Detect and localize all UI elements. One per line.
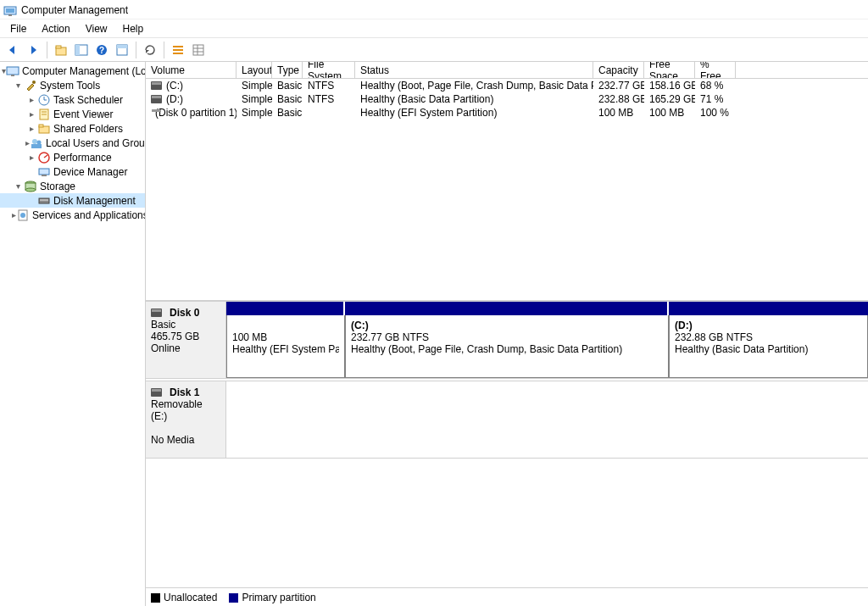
volume-capacity: 232.88 GB — [593, 93, 644, 105]
tree-local-users[interactable]: ▸ Local Users and Groups — [0, 136, 145, 150]
col-status[interactable]: Status — [355, 62, 593, 78]
tree-device-manager[interactable]: Device Manager — [0, 164, 145, 179]
volume-row[interactable]: (D:)SimpleBasicNTFSHealthy (Basic Data P… — [146, 92, 868, 106]
partition[interactable]: (D:)232.88 GB NTFSHealthy (Basic Data Pa… — [669, 315, 868, 378]
disk-block[interactable]: Disk 1Removable (E:)No Media — [146, 381, 868, 459]
window-title: Computer Management — [21, 4, 128, 16]
refresh-button[interactable] — [141, 41, 159, 59]
users-icon — [30, 136, 43, 150]
svg-rect-11 — [173, 46, 183, 47]
tree-event-viewer[interactable]: ▸ Event Viewer — [0, 107, 145, 121]
disk-block[interactable]: Disk 0Basic465.75 GBOnline 100 MBHealthy… — [146, 301, 868, 379]
volume-pct: 100 % — [695, 107, 736, 119]
tree-root[interactable]: ▾ Computer Management (Local) — [0, 64, 145, 78]
clock-icon — [37, 93, 51, 107]
partition[interactable]: 100 MBHealthy (EFI System Partitio — [226, 315, 345, 378]
perf-icon — [37, 151, 51, 164]
toolbar-sep — [47, 42, 47, 58]
volume-type: Basic — [272, 107, 303, 119]
svg-rect-10 — [117, 45, 127, 48]
partition-row: 100 MBHealthy (EFI System Partitio(C:)23… — [226, 302, 868, 378]
volume-list[interactable]: (C:)SimpleBasicNTFSHealthy (Boot, Page F… — [146, 79, 868, 301]
col-pctfree[interactable]: % Free — [695, 62, 736, 78]
col-volume[interactable]: Volume — [146, 62, 236, 78]
partition-label: (D:) — [675, 320, 862, 331]
chevron-right-icon[interactable]: ▸ — [25, 95, 37, 104]
volume-free: 100 MB — [644, 107, 695, 119]
show-hide-tree-button[interactable] — [72, 41, 91, 59]
svg-point-30 — [37, 140, 42, 144]
col-layout[interactable]: Layout — [236, 62, 272, 78]
col-filesystem[interactable]: File System — [303, 62, 355, 78]
svg-rect-4 — [56, 46, 61, 48]
tree-disk-management[interactable]: Disk Management — [0, 193, 145, 208]
tree-performance[interactable]: ▸ Performance — [0, 150, 145, 164]
chevron-right-icon[interactable]: ▸ — [25, 109, 37, 119]
volume-capacity: 232.77 GB — [593, 80, 644, 92]
menubar: File Action View Help — [0, 19, 868, 38]
volume-fs: NTFS — [303, 93, 355, 105]
svg-rect-12 — [173, 49, 183, 51]
disk-info[interactable]: Disk 1Removable (E:)No Media — [146, 381, 226, 458]
tree-label: Local Users and Groups — [46, 137, 146, 149]
help-button[interactable]: ? — [92, 41, 111, 59]
partition-size: 232.77 GB NTFS — [351, 331, 663, 343]
svg-rect-34 — [39, 169, 49, 175]
navigation-tree[interactable]: ▾ Computer Management (Local) ▾ System T… — [0, 62, 146, 606]
menu-help[interactable]: Help — [116, 21, 151, 36]
volume-name: (C:) — [166, 80, 183, 92]
svg-rect-40 — [40, 199, 48, 201]
chevron-right-icon[interactable]: ▸ — [25, 153, 37, 162]
window: Computer Management File Action View Hel… — [0, 0, 868, 606]
tree-system-tools[interactable]: ▾ System Tools — [0, 78, 145, 92]
partition-size: 232.88 GB NTFS — [675, 331, 862, 343]
up-button[interactable] — [52, 41, 70, 59]
back-button[interactable] — [3, 41, 22, 59]
chevron-down-icon[interactable]: ▾ — [12, 81, 24, 90]
chevron-down-icon[interactable]: ▾ — [12, 181, 24, 191]
toolbar: ? — [0, 38, 868, 62]
legend-unallocated: Unallocated — [151, 592, 217, 603]
svg-rect-2 — [8, 14, 12, 16]
tree-task-scheduler[interactable]: ▸ Task Scheduler — [0, 92, 145, 107]
volume-icon — [151, 81, 162, 90]
col-capacity[interactable]: Capacity — [593, 62, 644, 78]
partition[interactable]: (C:)232.77 GB NTFSHealthy (Boot, Page Fi… — [345, 315, 669, 378]
tree-storage[interactable]: ▾ Storage — [0, 179, 145, 193]
properties-button[interactable] — [113, 41, 131, 59]
col-freespace[interactable]: Free Space — [644, 62, 695, 78]
forward-button[interactable] — [24, 41, 42, 59]
svg-rect-13 — [173, 53, 183, 54]
partition-label: (C:) — [351, 320, 663, 331]
svg-rect-14 — [193, 45, 203, 55]
disk-type: Basic — [151, 319, 220, 331]
disk-graphical-view[interactable]: Disk 0Basic465.75 GBOnline 100 MBHealthy… — [146, 301, 868, 587]
disk-info[interactable]: Disk 0Basic465.75 GBOnline — [146, 302, 226, 378]
tree-label: Shared Folders — [53, 123, 123, 135]
tree-services[interactable]: ▸ Services and Applications — [0, 208, 145, 222]
svg-point-38 — [25, 188, 36, 192]
volume-name: (D:) — [166, 93, 183, 105]
details-view-button[interactable] — [189, 41, 208, 59]
chevron-right-icon[interactable]: ▸ — [25, 124, 37, 133]
volume-row[interactable]: (Disk 0 partition 1)SimpleBasicHealthy (… — [146, 106, 868, 120]
toolbar-sep — [164, 42, 164, 58]
menu-view[interactable]: View — [79, 21, 114, 36]
svg-rect-1 — [6, 8, 14, 13]
menu-action[interactable]: Action — [35, 21, 76, 36]
toolbar-sep — [136, 42, 136, 58]
volume-icon — [151, 95, 162, 103]
volume-layout: Simple — [236, 107, 272, 119]
volume-row[interactable]: (C:)SimpleBasicNTFSHealthy (Boot, Page F… — [146, 79, 868, 92]
app-icon — [3, 3, 17, 17]
partition-row — [226, 381, 868, 458]
tree-label: Device Manager — [53, 166, 127, 178]
col-type[interactable]: Type — [272, 62, 303, 78]
menu-file[interactable]: File — [3, 21, 33, 36]
list-view-button[interactable] — [169, 41, 187, 59]
svg-rect-28 — [39, 125, 43, 127]
volume-pct: 68 % — [695, 80, 736, 92]
disk-icon — [151, 309, 162, 317]
chevron-blank — [25, 196, 37, 205]
tree-shared-folders[interactable]: ▸ Shared Folders — [0, 121, 145, 136]
